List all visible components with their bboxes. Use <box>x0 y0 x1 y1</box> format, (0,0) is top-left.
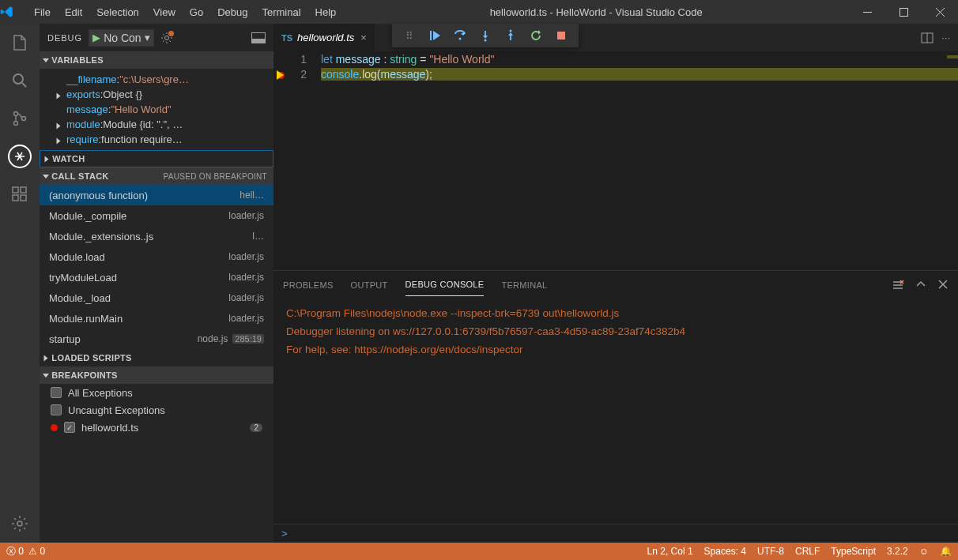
minimize-button[interactable] <box>849 0 885 24</box>
status-eol[interactable]: CRLF <box>795 546 820 557</box>
menu-go[interactable]: Go <box>183 3 210 21</box>
bp-row[interactable]: All Exceptions <box>40 384 273 401</box>
status-feedback-icon[interactable]: ☺ <box>919 546 929 557</box>
var-row[interactable]: module: Module {id: ".", … <box>40 117 273 132</box>
debug-icon[interactable] <box>0 137 40 175</box>
current-line-arrow <box>277 70 284 80</box>
stack-row[interactable]: Module._extensions..js l… <box>40 226 273 246</box>
status-ts-version[interactable]: 3.2.2 <box>887 546 908 557</box>
menu-debug[interactable]: Debug <box>210 3 255 21</box>
overview-ruler <box>947 55 958 58</box>
debug-toolbar[interactable]: ⠿ <box>392 24 579 47</box>
status-language[interactable]: TypeScript <box>831 546 876 557</box>
debug-header: DEBUG ▶ No Con ▾ <box>40 24 273 51</box>
stack-row[interactable]: Module.loadloader.js <box>40 246 273 267</box>
status-encoding[interactable]: UTF-8 <box>757 546 784 557</box>
var-row[interactable]: exports: Object {} <box>40 87 273 102</box>
stack-row[interactable]: tryModuleLoadloader.js <box>40 267 273 288</box>
clear-console-icon[interactable] <box>892 279 904 291</box>
code-area[interactable]: 1 let message : string = "Hello World" 2… <box>273 51 958 81</box>
debug-console-output[interactable]: C:\Program Files\nodejs\node.exe --inspe… <box>273 299 958 366</box>
settings-gear-icon[interactable] <box>0 505 40 543</box>
svg-rect-0 <box>863 12 872 13</box>
more-actions-icon[interactable]: ··· <box>941 32 950 43</box>
svg-rect-18 <box>557 32 565 39</box>
section-breakpoints[interactable]: BREAKPOINTS <box>40 366 273 384</box>
stack-row[interactable]: Module.runMainloader.js <box>40 308 273 329</box>
variables-label: VARIABLES <box>51 55 103 65</box>
section-callstack[interactable]: CALL STACKPAUSED ON BREAKPOINT <box>40 167 273 185</box>
section-watch[interactable]: WATCH <box>40 150 273 167</box>
menu-edit[interactable]: Edit <box>58 3 89 21</box>
tab-name: helloworld.ts <box>297 32 354 43</box>
debug-sidebar: DEBUG ▶ No Con ▾ VARIABLES __filename: "… <box>40 24 273 543</box>
maximize-button[interactable] <box>885 0 922 24</box>
status-bar: ⓧ 0 ⚠ 0 Ln 2, Col 1 Spaces: 4 UTF-8 CRLF… <box>0 543 958 560</box>
stack-row[interactable]: Module._loadloader.js <box>40 288 273 308</box>
menu-help[interactable]: Help <box>308 3 344 21</box>
status-errors[interactable]: ⓧ 0 <box>6 545 24 558</box>
status-bell-icon[interactable]: 🔔 <box>940 546 952 557</box>
section-loaded-scripts[interactable]: LOADED SCRIPTS <box>40 349 273 366</box>
step-over-icon[interactable] <box>447 24 473 47</box>
editor: ⠿ TS helloworld.ts × ··· 1 let message :… <box>273 24 958 543</box>
bp-row[interactable]: ✓helloworld.ts2 <box>40 419 273 436</box>
tab-close-icon[interactable]: × <box>360 32 367 43</box>
config-name: No Con <box>104 32 141 44</box>
stop-icon[interactable] <box>549 24 574 47</box>
svg-rect-7 <box>13 195 18 201</box>
svg-rect-13 <box>252 39 265 43</box>
step-into-icon[interactable] <box>473 24 498 47</box>
svg-point-15 <box>459 38 462 40</box>
stack-row[interactable]: Module._compileloader.js <box>40 205 273 226</box>
tab-output[interactable]: OUTPUT <box>351 274 388 296</box>
window-title: helloworld.ts - HelloWorld - Visual Stud… <box>343 6 849 18</box>
var-row[interactable]: __filename: "c:\Users\gre… <box>40 72 273 87</box>
stack-row[interactable]: startupnode.js285:19 <box>40 329 273 349</box>
svg-point-16 <box>485 39 487 42</box>
extensions-icon[interactable] <box>0 175 40 213</box>
close-panel-icon[interactable] <box>937 279 949 291</box>
scm-icon[interactable] <box>0 100 40 137</box>
svg-point-3 <box>14 112 18 116</box>
bp-checkbox[interactable] <box>51 404 62 415</box>
svg-point-17 <box>510 30 512 32</box>
status-warnings[interactable]: ⚠ 0 <box>28 546 45 557</box>
restart-icon[interactable] <box>523 24 549 47</box>
drag-handle-icon[interactable]: ⠿ <box>397 24 422 47</box>
bp-checkbox[interactable] <box>51 387 62 398</box>
continue-icon[interactable] <box>422 24 447 47</box>
svg-point-2 <box>13 74 23 84</box>
tab-terminal[interactable]: TERMINAL <box>501 274 547 296</box>
stack-row[interactable]: (anonymous function) hell… <box>40 185 273 205</box>
debug-console-toggle[interactable] <box>251 32 266 43</box>
tab-debug-console[interactable]: DEBUG CONSOLE <box>405 273 485 296</box>
line-number: 1 <box>273 53 321 66</box>
explorer-icon[interactable] <box>0 24 40 62</box>
status-spaces[interactable]: Spaces: 4 <box>704 546 746 557</box>
close-button[interactable] <box>922 0 958 24</box>
search-icon[interactable] <box>0 62 40 100</box>
menu-view[interactable]: View <box>146 3 183 21</box>
paused-label: PAUSED ON BREAKPOINT <box>164 172 267 181</box>
var-row[interactable]: message: "Hello World" <box>40 102 273 117</box>
section-variables[interactable]: VARIABLES <box>40 51 273 69</box>
start-debug-icon[interactable]: ▶ <box>92 32 100 43</box>
bp-checkbox[interactable]: ✓ <box>64 422 75 433</box>
debug-label: DEBUG <box>47 33 82 43</box>
debug-settings-icon[interactable] <box>160 32 173 44</box>
menu-terminal[interactable]: Terminal <box>255 3 307 21</box>
menu-file[interactable]: File <box>27 3 58 21</box>
var-row[interactable]: require: function require… <box>40 132 273 147</box>
status-cursor[interactable]: Ln 2, Col 1 <box>647 546 693 557</box>
bp-row[interactable]: Uncaught Exceptions <box>40 401 273 419</box>
editor-tab[interactable]: TS helloworld.ts × <box>273 24 375 51</box>
debug-console-input[interactable]: > <box>273 524 958 543</box>
step-out-icon[interactable] <box>498 24 523 47</box>
debug-config-select[interactable]: ▶ No Con ▾ <box>89 29 153 47</box>
menu-selection[interactable]: Selection <box>89 3 145 21</box>
split-editor-icon[interactable] <box>921 32 933 44</box>
tab-problems[interactable]: PROBLEMS <box>283 274 334 296</box>
collapse-panel-icon[interactable] <box>915 279 926 291</box>
line-number: 2 <box>273 68 321 81</box>
